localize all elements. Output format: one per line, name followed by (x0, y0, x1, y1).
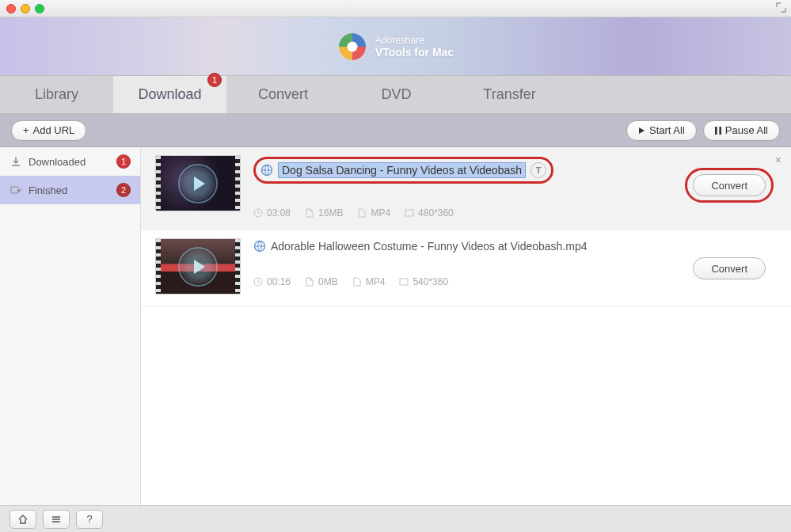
window-titlebar (0, 0, 791, 17)
sidebar-downloaded-label: Downloaded (29, 156, 86, 168)
main-tabs: Library Download 1 Convert DVD Transfer (0, 76, 791, 114)
format-icon (352, 277, 362, 287)
video-title-input[interactable]: Dog Salsa Dancing - Funny Videos at Vide… (278, 162, 526, 178)
minimize-window-button[interactable] (21, 4, 30, 13)
start-all-button[interactable]: Start All (626, 120, 697, 141)
tab-library[interactable]: Library (0, 76, 113, 113)
svg-rect-10 (400, 279, 408, 285)
video-row[interactable]: Adorable Halloween Costume - Funny Video… (141, 230, 791, 306)
start-all-label: Start All (649, 124, 685, 136)
main-area: Downloaded 1 Finished 2 × (0, 147, 791, 505)
video-resolution: 480*360 (418, 207, 454, 218)
file-icon (305, 208, 314, 218)
add-url-label: Add URL (33, 124, 75, 136)
svg-rect-3 (719, 127, 721, 135)
clock-icon (253, 208, 263, 218)
tab-transfer-label: Transfer (483, 86, 535, 103)
home-button[interactable] (10, 510, 36, 529)
convert-button[interactable]: Convert (693, 174, 766, 196)
tab-download-label: Download (138, 86, 201, 103)
video-row[interactable]: × Dog Salsa Dancing - Funny Videos at Vi… (141, 147, 791, 230)
video-metadata: 03:08 16MB MP4 480*360 (253, 207, 777, 218)
file-icon (305, 277, 314, 287)
video-thumbnail[interactable] (155, 155, 241, 211)
sidebar-finished-badge: 2 (116, 183, 131, 197)
product-name: VTools for Mac (375, 46, 454, 59)
video-format: MP4 (366, 276, 386, 287)
tab-convert-label: Convert (258, 86, 308, 103)
app-title: Adoreshare VTools for Mac (375, 35, 454, 59)
plus-icon: + (23, 124, 29, 136)
format-icon (357, 208, 367, 218)
sidebar-downloaded-badge: 1 (116, 154, 131, 169)
finished-icon (10, 184, 22, 196)
video-list: × Dog Salsa Dancing - Funny Videos at Vi… (141, 147, 791, 505)
clock-icon (253, 277, 263, 287)
resolution-icon (405, 208, 414, 218)
svg-point-1 (347, 41, 357, 51)
svg-rect-4 (11, 187, 18, 193)
tab-download[interactable]: Download 1 (113, 76, 226, 113)
footer-toolbar: ? (0, 505, 791, 532)
video-resolution: 540*360 (413, 276, 448, 287)
tab-transfer[interactable]: Transfer (453, 76, 566, 113)
video-duration: 00:16 (267, 276, 291, 287)
help-button[interactable]: ? (76, 510, 103, 529)
sidebar-item-downloaded[interactable]: Downloaded 1 (0, 147, 140, 176)
video-duration: 03:08 (267, 207, 291, 218)
pause-icon (715, 127, 721, 135)
brand-name: Adoreshare (375, 35, 454, 46)
tab-dvd[interactable]: DVD (340, 76, 453, 113)
play-overlay-icon (181, 249, 215, 284)
rename-button[interactable]: T (531, 162, 546, 178)
zoom-window-button[interactable] (35, 4, 44, 13)
download-icon (10, 155, 22, 168)
tab-convert[interactable]: Convert (226, 76, 340, 113)
play-overlay-icon (181, 166, 215, 201)
sidebar-finished-label: Finished (29, 184, 67, 196)
close-window-button[interactable] (6, 4, 16, 13)
sidebar: Downloaded 1 Finished 2 (0, 147, 141, 505)
menu-button[interactable] (43, 510, 70, 529)
add-url-button[interactable]: + Add URL (11, 120, 86, 141)
play-icon (638, 127, 645, 135)
title-edit-highlight: Dog Salsa Dancing - Funny Videos at Vide… (253, 157, 553, 184)
video-size: 0MB (318, 276, 338, 287)
sidebar-item-finished[interactable]: Finished 2 (0, 176, 140, 204)
pause-all-label: Pause All (725, 124, 768, 136)
toolbar: + Add URL Start All Pause All (0, 114, 791, 147)
resolution-icon (399, 277, 409, 287)
tab-download-badge: 1 (207, 73, 222, 87)
convert-button[interactable]: Convert (693, 257, 766, 279)
tab-dvd-label: DVD (381, 86, 411, 103)
video-format: MP4 (371, 207, 390, 218)
app-logo-icon (337, 32, 367, 62)
svg-rect-7 (405, 210, 413, 216)
app-header: Adoreshare VTools for Mac (0, 17, 791, 76)
svg-rect-2 (715, 127, 717, 135)
globe-icon (253, 240, 266, 253)
remove-video-button[interactable]: × (775, 154, 781, 166)
fullscreen-icon[interactable] (776, 2, 786, 13)
video-thumbnail[interactable] (155, 238, 241, 294)
video-title: Adorable Halloween Costume - Funny Video… (271, 240, 588, 253)
globe-icon (260, 164, 273, 177)
tab-library-label: Library (35, 86, 78, 103)
video-size: 16MB (318, 207, 343, 218)
pause-all-button[interactable]: Pause All (703, 120, 780, 141)
